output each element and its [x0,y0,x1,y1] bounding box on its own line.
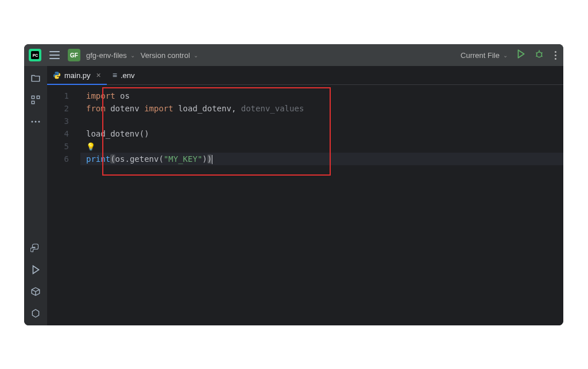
code-line-2[interactable]: from dotenv import load_dotenv, dotenv_v… [80,102,563,115]
project-avatar-icon[interactable]: GF [68,49,80,61]
run-config-label: Current File [461,51,500,60]
code-line-3[interactable] [80,115,563,127]
lightbulb-icon[interactable]: 💡 [86,141,95,153]
structure-tool-icon[interactable] [29,94,42,106]
project-name-label: gfg-env-files [86,51,127,60]
top-bar: PC GF gfg-env-files ⌄ Version control ⌄ … [24,44,563,66]
svg-marker-14 [32,309,38,317]
tab-label: .env [121,71,135,80]
close-tab-icon[interactable]: × [96,71,101,80]
editor-section: main.py × ≡ .env 1 2 3 4 5 6 [47,66,563,325]
code-line-6[interactable]: print(os.getenv("MY_KEY")) [80,153,563,165]
line-gutter: 1 2 3 4 5 6 [47,85,80,325]
tab-label: main.py [64,71,91,80]
svg-point-12 [35,121,37,123]
line-number: 1 [47,90,69,102]
code-line-1[interactable]: import os [80,90,563,102]
packages-tool-icon[interactable] [29,285,42,298]
line-number: 4 [47,127,69,140]
code-line-5[interactable]: 💡 [80,140,563,153]
debug-button[interactable] [534,49,544,61]
version-control-label: Version control [141,51,190,60]
line-number: 3 [47,115,69,127]
run-button[interactable] [516,49,526,61]
pycharm-logo-icon[interactable]: PC [29,49,41,61]
python-console-icon[interactable] [29,242,42,254]
run-tool-icon[interactable] [29,263,42,276]
svg-line-6 [536,56,537,56]
svg-point-13 [38,121,40,123]
line-number: 6 [47,153,69,165]
python-file-icon [53,71,61,79]
main-area: main.py × ≡ .env 1 2 3 4 5 6 [24,66,563,325]
chevron-down-icon: ⌄ [194,52,198,59]
svg-rect-8 [32,96,34,99]
tool-sidebar [24,66,47,325]
project-selector[interactable]: gfg-env-files ⌄ [86,51,135,60]
project-tool-icon[interactable] [29,72,42,84]
code-line-4[interactable]: load_dotenv() [80,127,563,140]
svg-point-11 [32,121,33,123]
tabs-bar: main.py × ≡ .env [47,66,563,85]
tab-env[interactable]: ≡ .env [107,66,141,84]
svg-text:PC: PC [33,53,38,57]
sidebar-bottom [29,242,42,320]
svg-line-4 [536,53,537,53]
svg-rect-10 [32,101,34,104]
svg-rect-9 [37,96,40,99]
svg-point-2 [537,52,542,57]
svg-line-7 [541,56,542,56]
hamburger-menu-icon[interactable] [47,49,62,61]
svg-line-5 [541,53,542,53]
chevron-down-icon: ⌄ [130,52,135,59]
env-file-icon: ≡ [113,71,117,80]
code-editor[interactable]: 1 2 3 4 5 6 import os from dotenv import… [47,85,563,325]
version-control-menu[interactable]: Version control ⌄ [141,51,198,60]
ide-window: PC GF gfg-env-files ⌄ Version control ⌄ … [24,44,563,325]
code-content[interactable]: import os from dotenv import load_dotenv… [80,85,563,325]
tab-main-py[interactable]: main.py × [47,66,107,84]
line-number: 2 [47,102,69,115]
more-options-icon[interactable] [552,49,559,62]
chevron-down-icon: ⌄ [503,52,508,59]
services-tool-icon[interactable] [29,307,42,320]
more-tool-icon[interactable] [29,115,42,128]
top-right-controls: Current File ⌄ [461,49,559,62]
run-config-selector[interactable]: Current File ⌄ [461,51,508,60]
line-number: 5 [47,140,69,153]
text-cursor [212,155,212,164]
